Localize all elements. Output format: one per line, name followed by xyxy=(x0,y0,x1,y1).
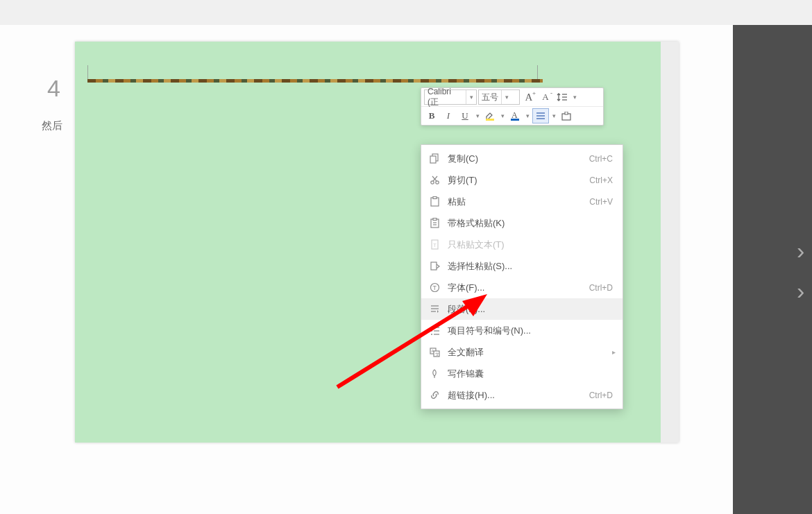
context-menu: 复制(C) Ctrl+C 剪切(T) Ctrl+X 粘贴 Ctrl+V xyxy=(421,144,623,409)
ctx-copy[interactable]: 复制(C) Ctrl+C xyxy=(421,148,623,169)
svg-line-16 xyxy=(432,176,437,181)
ctx-cut[interactable]: 剪切(T) Ctrl+X xyxy=(421,169,623,191)
svg-rect-10 xyxy=(565,112,568,114)
ctx-paste-text-only: T 只粘贴文本(T) xyxy=(421,234,623,255)
selected-image-strip[interactable] xyxy=(87,79,543,83)
chevron-down-icon[interactable] xyxy=(466,90,476,104)
formatting-mini-toolbar: Calibri (正 五号 A+ A- ▾ B I xyxy=(421,87,604,126)
svg-line-15 xyxy=(433,176,437,181)
svg-rect-20 xyxy=(433,219,437,221)
link-icon xyxy=(427,389,442,402)
underline-button[interactable]: U xyxy=(457,109,473,123)
ctx-paste[interactable]: 粘贴 Ctrl+V xyxy=(421,191,623,212)
svg-text:A: A xyxy=(511,110,518,120)
paste-text-icon: T xyxy=(427,239,442,251)
svg-rect-3 xyxy=(486,119,494,121)
chevron-down-icon[interactable]: ▾ xyxy=(499,112,506,119)
ctx-font[interactable]: T 字体(F)... Ctrl+D xyxy=(421,277,623,298)
ctx-writing-tips[interactable]: 写作锦囊 xyxy=(421,363,623,384)
ctx-paste-with-format[interactable]: 带格式粘贴(K) xyxy=(421,212,623,234)
svg-rect-18 xyxy=(433,197,437,199)
svg-rect-12 xyxy=(430,156,436,163)
translate-icon: A 文 xyxy=(427,346,442,359)
svg-text:T: T xyxy=(433,242,437,248)
vertical-scrollbar[interactable] xyxy=(661,42,679,443)
chevron-down-icon[interactable]: ▾ xyxy=(524,112,531,119)
paste-icon xyxy=(427,196,442,208)
increase-font-size-button[interactable]: A+ xyxy=(521,90,536,104)
font-name-combo[interactable]: Calibri (正 xyxy=(424,89,477,105)
viewer-top-strip xyxy=(0,0,812,25)
font-color-button[interactable]: A xyxy=(507,109,523,123)
text-box-button[interactable] xyxy=(559,109,574,123)
svg-text:T: T xyxy=(432,284,437,291)
gallery-next-bottom[interactable]: › xyxy=(797,277,804,305)
chevron-down-icon[interactable]: ▾ xyxy=(550,112,557,119)
svg-text:A: A xyxy=(431,349,434,353)
chevron-down-icon[interactable]: ▾ xyxy=(571,94,578,101)
cut-icon xyxy=(427,174,442,187)
write-icon xyxy=(427,368,442,380)
bold-button[interactable]: B xyxy=(424,109,439,123)
svg-point-31 xyxy=(431,327,432,328)
svg-rect-5 xyxy=(511,119,519,121)
justify-button[interactable] xyxy=(532,108,549,123)
ctx-translate[interactable]: A 文 全文翻译 xyxy=(421,341,623,363)
screenshot-region: Calibri (正 五号 A+ A- ▾ B I xyxy=(75,42,679,443)
highlight-color-button[interactable] xyxy=(482,109,498,123)
step-number: 4 xyxy=(47,75,60,102)
bullets-icon xyxy=(427,325,442,337)
chevron-down-icon[interactable]: ▾ xyxy=(474,112,481,119)
ctx-paste-special[interactable]: 选择性粘贴(S)... xyxy=(421,255,623,277)
gallery-next-top[interactable]: › xyxy=(797,237,804,264)
italic-button[interactable]: I xyxy=(441,109,456,123)
svg-point-13 xyxy=(430,181,433,184)
font-size-combo[interactable]: 五号 xyxy=(478,89,520,105)
ctx-hyperlink[interactable]: 超链接(H)... Ctrl+D xyxy=(421,384,623,406)
paragraph-icon xyxy=(427,303,442,316)
ctx-paragraph[interactable]: 段落(P)... xyxy=(421,298,623,320)
svg-rect-25 xyxy=(431,262,437,270)
copy-icon xyxy=(427,153,442,165)
line-spacing-button[interactable] xyxy=(555,90,570,104)
svg-text:文: 文 xyxy=(434,352,439,357)
decrease-font-size-button[interactable]: A- xyxy=(538,90,553,104)
svg-point-14 xyxy=(435,181,438,184)
viewer-right-gutter xyxy=(733,25,812,514)
chevron-down-icon[interactable] xyxy=(501,90,511,104)
font-icon: T xyxy=(427,282,442,294)
svg-point-33 xyxy=(431,330,432,332)
paste-format-icon xyxy=(427,217,442,230)
ctx-bullets-numbering[interactable]: 项目符号和编号(N)... xyxy=(421,320,623,341)
paste-special-icon xyxy=(427,260,442,273)
svg-point-35 xyxy=(431,334,432,335)
step-description: 然后 xyxy=(42,119,62,132)
